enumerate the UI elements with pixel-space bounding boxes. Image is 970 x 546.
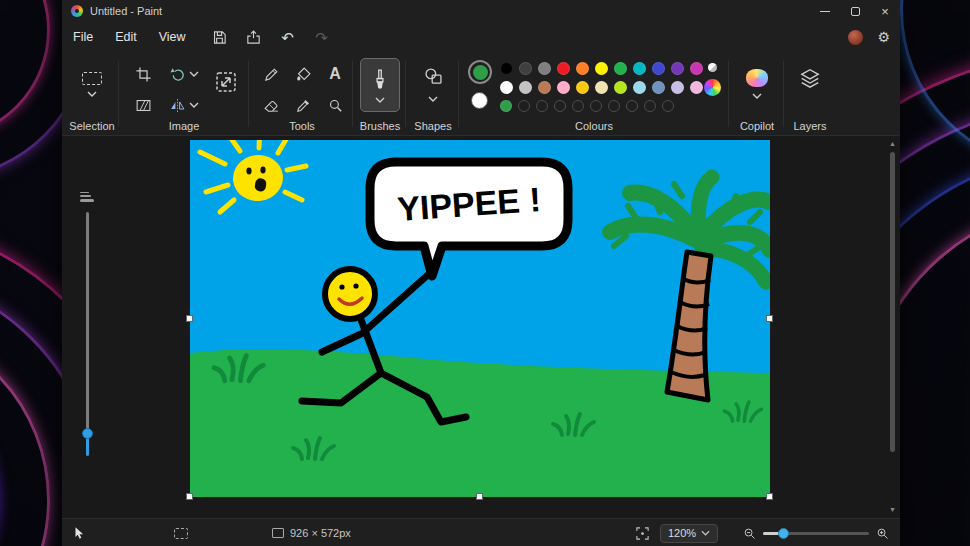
palette-swatch[interactable] [633, 81, 646, 94]
fill-bucket-icon [295, 66, 312, 83]
colour1-swatch[interactable] [468, 60, 492, 84]
palette-swatch[interactable] [519, 62, 532, 75]
palette-swatch[interactable] [554, 100, 566, 112]
palette-swatch[interactable] [608, 100, 620, 112]
crop-button[interactable] [130, 61, 156, 87]
slider-track[interactable] [86, 212, 89, 456]
palette-swatch[interactable] [500, 62, 513, 75]
rotate-button[interactable] [166, 61, 202, 87]
account-avatar[interactable] [848, 30, 863, 45]
eraser-icon [263, 97, 280, 114]
palette-swatch[interactable] [662, 100, 674, 112]
canvas-handle-bottom-left[interactable] [186, 493, 193, 500]
settings-gear-icon[interactable]: ⚙ [877, 30, 890, 44]
brushes-button[interactable] [360, 58, 400, 112]
palette-swatch[interactable] [518, 100, 530, 112]
maximize-button[interactable] [840, 0, 870, 22]
texture-button[interactable] [130, 92, 156, 118]
share-button[interactable] [245, 28, 263, 46]
desktop: Untitled - Paint × File Edit View ↶ ↷ [0, 0, 970, 546]
palette-swatch[interactable] [690, 81, 703, 94]
palette-swatch[interactable] [690, 62, 703, 75]
palette-row-1 [500, 62, 703, 75]
palette-swatch[interactable] [576, 62, 589, 75]
brush-size-slider[interactable] [78, 190, 96, 472]
drawing-canvas[interactable]: YIPPEE ! [190, 140, 770, 497]
brush-icon [370, 68, 390, 94]
selection-tool-button[interactable] [72, 60, 112, 108]
text-tool-button[interactable]: A [322, 61, 348, 87]
colour1-chip [473, 65, 488, 80]
fill-tool-button[interactable] [290, 61, 316, 87]
vertical-scrollbar[interactable]: ▲ ▼ [887, 138, 898, 516]
zoom-out-button[interactable] [742, 526, 757, 541]
group-selection: Selection [66, 52, 118, 136]
eraser-tool-button[interactable] [258, 92, 284, 118]
flip-button[interactable] [166, 92, 202, 118]
palette-swatch[interactable] [572, 100, 584, 112]
palette-swatch[interactable] [538, 62, 551, 75]
eyedropper-tool-button[interactable] [290, 92, 316, 118]
canvas-handle-bottom-right[interactable] [766, 493, 773, 500]
palette-swatch[interactable] [671, 62, 684, 75]
shapes-button[interactable] [419, 62, 447, 90]
group-label-layers: Layers [785, 120, 835, 132]
fit-to-screen-button[interactable] [635, 526, 650, 541]
palette-swatch[interactable] [519, 81, 532, 94]
undo-button[interactable]: ↶ [279, 28, 297, 46]
menu-edit[interactable]: Edit [104, 26, 148, 48]
group-label-image: Image [122, 120, 246, 132]
canvas-handle-bottom[interactable] [476, 493, 483, 500]
pencil-tool-button[interactable] [258, 61, 284, 87]
magnifier-tool-button[interactable] [322, 92, 348, 118]
layers-button[interactable] [796, 64, 824, 92]
palette-swatch[interactable] [652, 81, 665, 94]
save-button[interactable] [211, 28, 229, 46]
group-label-brushes: Brushes [355, 120, 405, 132]
palette-swatch[interactable] [500, 100, 512, 112]
chevron-down-icon [189, 71, 199, 77]
palette-swatch[interactable] [595, 62, 608, 75]
palette-swatch[interactable] [500, 81, 513, 94]
scrollbar-thumb[interactable] [890, 152, 895, 452]
palette-swatch[interactable] [671, 81, 684, 94]
add-colour-button[interactable] [708, 63, 717, 72]
redo-button[interactable]: ↷ [313, 28, 331, 46]
canvas-handle-left[interactable] [186, 315, 193, 322]
palette-row-3 [500, 100, 703, 112]
zoom-dropdown[interactable]: 120% [660, 524, 718, 543]
resize-button[interactable] [210, 66, 242, 98]
menu-file[interactable]: File [62, 26, 104, 48]
zoom-out-icon [742, 526, 757, 541]
palette-swatch[interactable] [633, 62, 646, 75]
palette-swatch[interactable] [626, 100, 638, 112]
chevron-down-icon [701, 530, 710, 536]
palette-swatch[interactable] [557, 81, 570, 94]
palette-swatch[interactable] [590, 100, 602, 112]
edit-colours-button[interactable] [704, 79, 721, 96]
scroll-down-icon[interactable]: ▼ [887, 506, 898, 514]
palette-swatch[interactable] [576, 81, 589, 94]
shapes-dropdown[interactable] [428, 96, 438, 102]
palette-swatch[interactable] [536, 100, 548, 112]
slider-fill [86, 439, 89, 455]
scroll-up-icon[interactable]: ▲ [887, 140, 898, 148]
minimize-button[interactable] [810, 0, 840, 22]
palette-swatch[interactable] [595, 81, 608, 94]
zoom-in-button[interactable] [875, 526, 890, 541]
palette-swatch[interactable] [557, 62, 570, 75]
slider-thumb[interactable] [82, 428, 93, 439]
group-tools: A Tools [252, 52, 352, 136]
palette-swatch[interactable] [652, 62, 665, 75]
palette-swatch[interactable] [644, 100, 656, 112]
palette-swatch[interactable] [614, 62, 627, 75]
canvas-handle-right[interactable] [766, 315, 773, 322]
close-button[interactable]: × [870, 0, 900, 22]
zoom-slider-thumb[interactable] [778, 528, 789, 539]
palette-swatch[interactable] [614, 81, 627, 94]
copilot-button[interactable] [740, 62, 774, 106]
palette-swatch[interactable] [538, 81, 551, 94]
menu-view[interactable]: View [148, 26, 197, 48]
zoom-slider[interactable] [763, 527, 869, 539]
colour2-swatch[interactable] [471, 92, 488, 109]
